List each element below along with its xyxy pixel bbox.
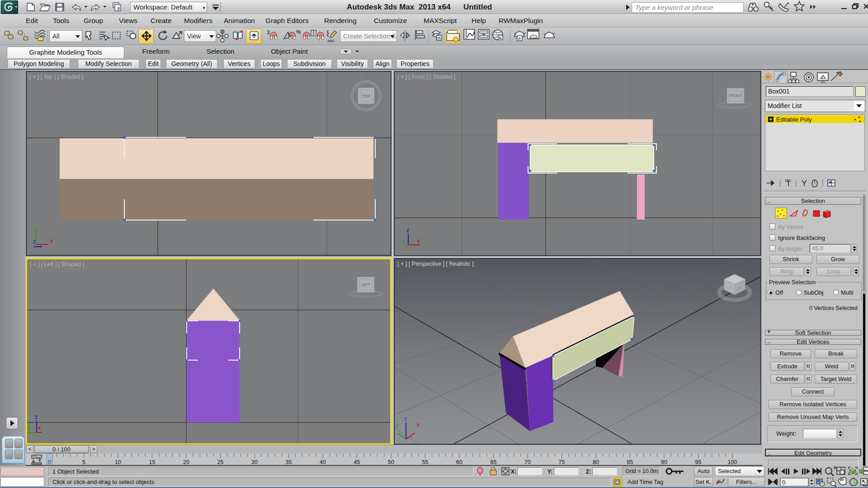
svg-text:LF: LF [728, 286, 732, 289]
svg-text:y: y [403, 239, 406, 245]
svg-text:70: 70 [524, 459, 531, 465]
svg-text:65: 65 [491, 459, 497, 465]
svg-text:[ + ] [ Top ] [ Shaded ]: [ + ] [ Top ] [ Shaded ] [29, 74, 83, 80]
svg-text:y: y [28, 425, 30, 431]
svg-text:x: x [38, 425, 41, 431]
svg-text:50: 50 [388, 459, 394, 465]
svg-text:z: z [404, 416, 407, 422]
svg-text:85: 85 [627, 459, 633, 465]
svg-text:10: 10 [115, 459, 121, 465]
svg-text:95: 95 [695, 459, 702, 465]
svg-text:z: z [33, 239, 36, 245]
svg-text:100: 100 [728, 459, 737, 465]
svg-text:TOP: TOP [362, 94, 370, 99]
svg-text:20: 20 [183, 459, 189, 465]
svg-text:x: x [417, 422, 420, 428]
svg-text:x: x [417, 238, 420, 244]
svg-text:ABC: ABC [327, 39, 335, 43]
svg-text:LEFT: LEFT [361, 282, 371, 287]
svg-text:80: 80 [593, 459, 599, 465]
svg-text:60: 60 [456, 459, 462, 465]
svg-text:N: N [364, 74, 368, 80]
svg-text:15: 15 [149, 459, 156, 465]
svg-text:3: 3 [267, 29, 270, 36]
svg-text:40: 40 [320, 459, 326, 465]
svg-text:[ + ] [ Perspective ] [ Realis: [ + ] [ Perspective ] [ Realistic ] [397, 261, 473, 267]
svg-text:z: z [35, 414, 38, 420]
svg-text:25: 25 [217, 459, 224, 465]
svg-text:[ + ] [ Front ] [ Shaded ]: [ + ] [ Front ] [ Shaded ] [397, 74, 455, 80]
svg-text:75: 75 [559, 459, 565, 465]
svg-text:y: y [34, 227, 37, 233]
svg-text:90: 90 [661, 459, 667, 465]
svg-text:y: y [396, 422, 398, 428]
svg-text:0: 0 [782, 479, 785, 486]
svg-text:Editable Poly: Editable Poly [776, 116, 812, 123]
svg-text:x: x [50, 238, 53, 244]
svg-text:35: 35 [286, 459, 292, 465]
svg-text:[ + ] [ Left ] [ Shaded ]: [ + ] [ Left ] [ Shaded ] [30, 261, 84, 267]
svg-text:45: 45 [354, 459, 360, 465]
svg-text:5: 5 [82, 459, 85, 465]
svg-text:FR: FR [737, 286, 741, 289]
svg-text:FRONT: FRONT [729, 94, 742, 98]
svg-text:55: 55 [422, 459, 429, 465]
svg-text:30: 30 [251, 459, 258, 465]
svg-text:0: 0 [48, 459, 51, 465]
svg-text:%: % [296, 29, 301, 35]
svg-text:z: z [406, 227, 409, 234]
